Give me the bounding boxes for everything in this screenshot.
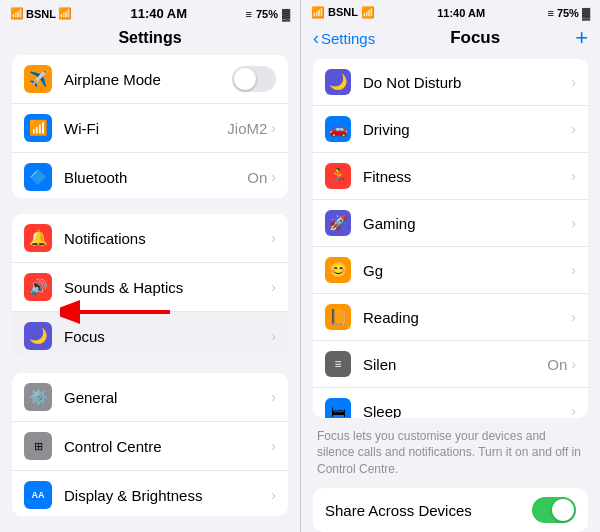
wifi-row[interactable]: 📶 Wi-Fi JioM2 › [12, 104, 288, 153]
focus-list: 🌙 Do Not Disturb › 🚗 Driving › 🏃 Fitness… [301, 59, 600, 532]
wifi-value: JioM2 [227, 120, 267, 137]
toggle-knob [552, 499, 574, 521]
wifi-label: Wi-Fi [64, 120, 227, 137]
system-section: 🔔 Notifications › 🔊 Sounds & Haptics › 🌙… [12, 214, 288, 357]
displaybrightness-label: Display & Brightness [64, 487, 271, 504]
sleep-icon: 🛏 [325, 398, 351, 418]
right-nav-bar: ‹ Settings Focus + [301, 23, 600, 59]
airplane-icon: ✈️ [24, 65, 52, 93]
right-panel: 📶 BSNL 📶 11:40 AM ≡ 75% ▓ ‹ Settings Foc… [300, 0, 600, 532]
driving-chevron: › [571, 121, 576, 137]
general-section: ⚙️ General › ⊞ Control Centre › AA Displ… [12, 373, 288, 516]
focus-chevron: › [271, 328, 276, 344]
sounds-chevron: › [271, 279, 276, 295]
bluetooth-value: On [247, 169, 267, 186]
wifi-icon: 📶 [24, 114, 52, 142]
left-time: 11:40 AM [130, 6, 187, 21]
notifications-row[interactable]: 🔔 Notifications › [12, 214, 288, 263]
reading-icon: 📙 [325, 304, 351, 330]
bluetooth-icon: 🔷 [24, 163, 52, 191]
focus-icon: 🌙 [24, 322, 52, 350]
left-page-title: Settings [0, 25, 300, 55]
general-icon: ⚙️ [24, 383, 52, 411]
share-across-devices-toggle[interactable] [532, 497, 576, 523]
controlcentre-chevron: › [271, 438, 276, 454]
silen-value: On [547, 356, 567, 373]
bluetooth-row[interactable]: 🔷 Bluetooth On › [12, 153, 288, 198]
fitness-icon: 🏃 [325, 163, 351, 189]
sleep-row[interactable]: 🛏 Sleep › [313, 388, 588, 418]
left-carrier: 📶 BSNL 📶 [10, 7, 72, 20]
focus-label: Focus [64, 328, 271, 345]
back-button[interactable]: ‹ Settings [313, 28, 375, 49]
right-time: 11:40 AM [437, 7, 485, 19]
left-status-bar: 📶 BSNL 📶 11:40 AM ≡ 75% ▓ [0, 0, 300, 25]
fitness-label: Fitness [363, 168, 571, 185]
general-label: General [64, 389, 271, 406]
notifications-icon: 🔔 [24, 224, 52, 252]
gg-label: Gg [363, 262, 571, 279]
driving-row[interactable]: 🚗 Driving › [313, 106, 588, 153]
donotdisturb-icon: 🌙 [325, 69, 351, 95]
left-battery: ≡ 75% ▓ [246, 8, 290, 20]
driving-icon: 🚗 [325, 116, 351, 142]
right-nav-title: Focus [450, 28, 500, 48]
displaybrightness-icon: AA [24, 481, 52, 509]
airplane-label: Airplane Mode [64, 71, 232, 88]
controlcentre-icon: ⊞ [24, 432, 52, 460]
gaming-label: Gaming [363, 215, 571, 232]
sleep-label: Sleep [363, 403, 571, 418]
silen-chevron: › [571, 356, 576, 372]
airplane-row[interactable]: ✈️ Airplane Mode [12, 55, 288, 104]
network-section: ✈️ Airplane Mode 📶 Wi-Fi JioM2 › 🔷 Bluet… [12, 55, 288, 198]
donotdisturb-label: Do Not Disturb [363, 74, 571, 91]
sounds-label: Sounds & Haptics [64, 279, 271, 296]
reading-label: Reading [363, 309, 571, 326]
displaybrightness-row[interactable]: AA Display & Brightness › [12, 471, 288, 516]
share-across-devices-row[interactable]: Share Across Devices [313, 488, 588, 532]
driving-label: Driving [363, 121, 571, 138]
silen-label: Silen [363, 356, 547, 373]
focus-row[interactable]: 🌙 Focus › [12, 312, 288, 357]
focus-description: Focus lets you customise your devices an… [317, 428, 584, 478]
bluetooth-chevron: › [271, 169, 276, 185]
controlcentre-row[interactable]: ⊞ Control Centre › [12, 422, 288, 471]
sounds-icon: 🔊 [24, 273, 52, 301]
sleep-chevron: › [571, 403, 576, 418]
focus-items-section: 🌙 Do Not Disturb › 🚗 Driving › 🏃 Fitness… [313, 59, 588, 418]
wifi-chevron: › [271, 120, 276, 136]
airplane-toggle[interactable] [232, 66, 276, 92]
controlcentre-label: Control Centre [64, 438, 271, 455]
silen-icon: ≡ [325, 351, 351, 377]
donotdisturb-chevron: › [571, 74, 576, 90]
gg-icon: 😊 [325, 257, 351, 283]
right-carrier: 📶 BSNL 📶 [311, 6, 375, 19]
displaybrightness-chevron: › [271, 487, 276, 503]
donotdisturb-row[interactable]: 🌙 Do Not Disturb › [313, 59, 588, 106]
gaming-icon: 🚀 [325, 210, 351, 236]
notifications-chevron: › [271, 230, 276, 246]
notifications-label: Notifications [64, 230, 271, 247]
gaming-chevron: › [571, 215, 576, 231]
general-chevron: › [271, 389, 276, 405]
right-status-bar: 📶 BSNL 📶 11:40 AM ≡ 75% ▓ [301, 0, 600, 23]
reading-chevron: › [571, 309, 576, 325]
fitness-row[interactable]: 🏃 Fitness › [313, 153, 588, 200]
silen-row[interactable]: ≡ Silen On › [313, 341, 588, 388]
reading-row[interactable]: 📙 Reading › [313, 294, 588, 341]
fitness-chevron: › [571, 168, 576, 184]
gg-chevron: › [571, 262, 576, 278]
general-row[interactable]: ⚙️ General › [12, 373, 288, 422]
bluetooth-label: Bluetooth [64, 169, 247, 186]
gg-row[interactable]: 😊 Gg › [313, 247, 588, 294]
sounds-row[interactable]: 🔊 Sounds & Haptics › [12, 263, 288, 312]
right-battery: ≡ 75% ▓ [547, 7, 590, 19]
left-panel: 📶 BSNL 📶 11:40 AM ≡ 75% ▓ Settings ✈️ Ai… [0, 0, 300, 532]
gaming-row[interactable]: 🚀 Gaming › [313, 200, 588, 247]
share-across-devices-label: Share Across Devices [325, 502, 532, 519]
add-focus-button[interactable]: + [575, 25, 588, 51]
